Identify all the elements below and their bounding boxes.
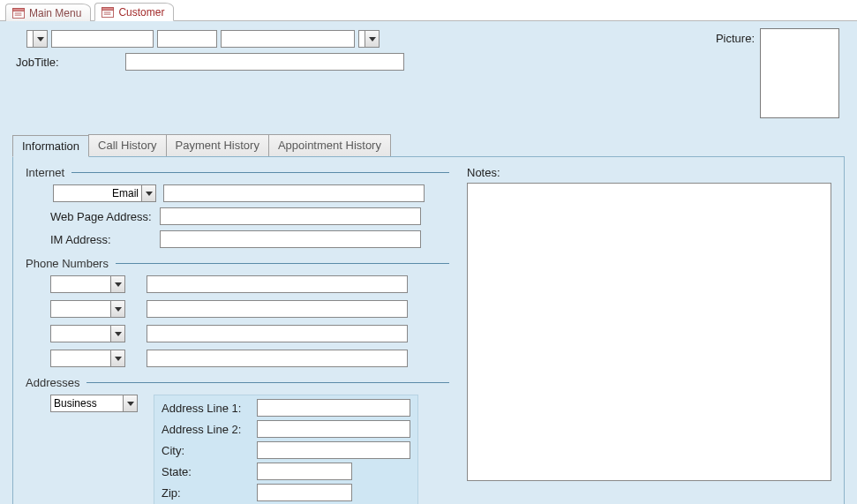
addr-city-input[interactable] — [257, 441, 410, 459]
divider — [116, 263, 449, 264]
customer-form: JobTitle: Picture: Information Call Hist… — [0, 21, 857, 504]
svg-marker-12 — [115, 307, 122, 312]
chevron-down-icon[interactable] — [365, 30, 380, 48]
svg-rect-1 — [13, 8, 25, 11]
picture-label: Picture: — [716, 28, 755, 45]
first-name-input[interactable] — [51, 30, 154, 48]
tab-information[interactable]: Information — [12, 135, 89, 157]
picture-box[interactable] — [760, 28, 839, 118]
suffix-combo[interactable] — [358, 30, 380, 48]
form-icon — [12, 8, 25, 19]
chevron-down-icon[interactable] — [110, 275, 125, 293]
phone-number-input[interactable] — [147, 325, 408, 342]
address-panel: Address Line 1: Address Line 2: City: St… — [154, 395, 418, 504]
im-label: IM Address: — [50, 233, 153, 246]
address-type-select[interactable] — [50, 395, 123, 412]
phone-type-select[interactable] — [50, 300, 110, 318]
phone-number-input[interactable] — [147, 350, 408, 367]
svg-marker-13 — [115, 332, 122, 336]
page-tab-label: Main Menu — [29, 7, 81, 19]
detail-tabs: Information Call History Payment History… — [12, 134, 845, 504]
notes-textarea[interactable] — [467, 183, 831, 481]
middle-name-input[interactable] — [157, 30, 217, 48]
jobtitle-label: JobTitle: — [14, 56, 120, 69]
divider — [86, 382, 449, 383]
addr-line1-label: Address Line 1: — [162, 402, 250, 415]
phone-type-select[interactable] — [50, 350, 110, 367]
group-title-phone: Phone Numbers — [26, 257, 109, 270]
addr-zip-label: Zip: — [162, 486, 250, 500]
phone-type-select[interactable] — [50, 325, 110, 342]
addr-line2-label: Address Line 2: — [162, 423, 250, 436]
chevron-down-icon[interactable] — [110, 300, 125, 318]
tab-payment-history[interactable]: Payment History — [166, 134, 269, 156]
email-input[interactable] — [163, 184, 425, 202]
title-combo[interactable] — [26, 30, 48, 48]
page-tab-customer[interactable]: Customer — [94, 3, 174, 21]
addr-city-label: City: — [162, 444, 250, 457]
last-name-input[interactable] — [221, 30, 355, 48]
svg-rect-5 — [102, 7, 114, 10]
svg-marker-10 — [146, 192, 153, 196]
phone-number-input[interactable] — [147, 275, 408, 293]
suffix-input[interactable] — [358, 30, 365, 48]
im-input[interactable] — [160, 230, 421, 248]
addr-zip-input[interactable] — [257, 484, 352, 501]
chevron-down-icon[interactable] — [123, 395, 138, 412]
phone-type-select[interactable] — [50, 275, 110, 293]
page-tab-main-menu[interactable]: Main Menu — [5, 4, 91, 21]
chevron-down-icon[interactable] — [33, 30, 48, 48]
title-input[interactable] — [26, 30, 33, 48]
tab-call-history[interactable]: Call History — [88, 134, 166, 156]
chevron-down-icon[interactable] — [110, 325, 125, 342]
form-icon — [101, 7, 114, 18]
svg-marker-15 — [127, 402, 134, 406]
group-title-internet: Internet — [26, 166, 64, 179]
web-input[interactable] — [160, 207, 421, 225]
group-internet: Internet Web Page Address: — [26, 166, 449, 248]
notes-label: Notes: — [467, 166, 831, 179]
page-tab-label: Customer — [118, 6, 164, 19]
svg-marker-8 — [37, 37, 44, 41]
divider — [71, 172, 449, 173]
group-title-addresses: Addresses — [26, 376, 79, 389]
tab-appointment-history[interactable]: Appointment History — [268, 134, 391, 156]
group-addresses: Addresses Address Line 1: Address Line 2… — [26, 376, 449, 504]
chevron-down-icon[interactable] — [141, 184, 156, 202]
addr-state-label: State: — [162, 465, 250, 478]
group-phone: Phone Numbers — [26, 257, 449, 367]
web-label: Web Page Address: — [50, 210, 153, 223]
svg-marker-14 — [115, 357, 122, 361]
email-type-select[interactable] — [53, 184, 141, 202]
phone-number-input[interactable] — [147, 300, 408, 318]
addr-state-input[interactable] — [257, 463, 352, 480]
jobtitle-input[interactable] — [125, 53, 404, 71]
chevron-down-icon[interactable] — [110, 350, 125, 367]
svg-marker-11 — [115, 282, 122, 287]
svg-marker-9 — [369, 37, 376, 41]
addr-line1-input[interactable] — [257, 399, 410, 417]
page-tabs: Main Menu Customer — [0, 0, 857, 21]
addr-line2-input[interactable] — [257, 420, 410, 438]
